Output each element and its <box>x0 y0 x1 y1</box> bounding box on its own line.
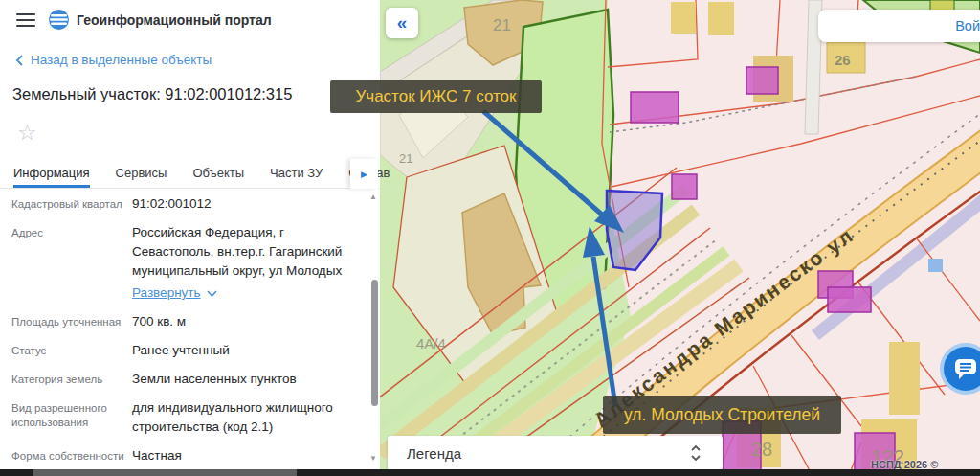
scrollbar-thumb[interactable] <box>371 280 378 406</box>
detail-value: 91:02:001012 <box>132 194 368 214</box>
tab-objects[interactable]: Объекты <box>192 160 244 188</box>
detail-row-land-category: Категория земель Земли населенных пункто… <box>0 365 368 394</box>
detail-row-address: Адрес Российская Федерация, г Севастопол… <box>0 218 368 307</box>
legend-bar[interactable]: Легенда <box>388 436 723 470</box>
detail-value: для индивидуального жилищного строительс… <box>132 398 368 437</box>
chevron-down-icon <box>207 290 217 297</box>
double-chevron-left-icon: « <box>397 12 408 34</box>
tabs-overflow-button[interactable]: ▶ <box>350 159 378 189</box>
chat-bubble-icon <box>953 357 978 380</box>
page-title: Земельный участок: 91:02:001012:315 <box>12 85 292 103</box>
panel-header: Геоинформационный портал <box>0 0 380 42</box>
portal-logo-icon <box>48 9 70 34</box>
scrollbar-down-arrow[interactable]: ▼ <box>368 454 379 463</box>
expand-label: Развернуть <box>132 283 201 303</box>
detail-row-status: Статус Ранее учтенный <box>0 336 368 365</box>
detail-row-area: Площадь уточненная 700 кв. м <box>0 307 368 336</box>
map-label-4a4: 4А/4 <box>416 335 446 351</box>
tab-bar: Информация Сервисы Объекты Части ЗУ Сост… <box>0 160 380 189</box>
favorite-star-icon[interactable]: ☆ <box>17 120 37 146</box>
annotation-parcel: Участок ИЖС 7 соток <box>330 80 542 113</box>
back-link[interactable]: Назад в выделенные объекты <box>15 53 212 67</box>
detail-value: Российская Федерация, г Севастополь, вн.… <box>132 223 368 303</box>
legend-collapse-icon[interactable] <box>690 444 702 462</box>
detail-value: Ранее учтенный <box>132 341 368 360</box>
detail-label: Площадь уточненная <box>11 312 132 331</box>
detail-label: Категория земель <box>11 370 132 389</box>
detail-row-ownership: Форма собственности Частная <box>0 442 368 470</box>
detail-label: Кадастровый квартал <box>11 194 132 214</box>
details-list: Кадастровый квартал 91:02:001012 Адрес Р… <box>0 190 368 470</box>
detail-label: Адрес <box>11 223 132 303</box>
annotation-parcel-text: Участок ИЖС 7 соток <box>356 87 517 106</box>
detail-label: Статус <box>11 341 132 360</box>
map-label-21-left: 21 <box>399 151 412 166</box>
chevron-left-icon <box>15 55 23 66</box>
detail-value: 700 кв. м <box>132 312 368 331</box>
detail-label: Форма собственности <box>11 446 132 465</box>
chevron-right-icon: ▶ <box>361 170 368 179</box>
detail-label: Вид разрешенного использования <box>11 398 132 437</box>
annotation-street-text: ул. Молодых Строителей <box>624 405 820 425</box>
back-link-label: Назад в выделенные объекты <box>31 53 212 67</box>
map-label-21-top: 21 <box>493 16 511 34</box>
login-link[interactable]: Вой <box>955 18 980 34</box>
tab-parts[interactable]: Части ЗУ <box>270 160 323 188</box>
object-info-panel: Геоинформационный портал Назад в выделен… <box>0 0 380 469</box>
expand-address-link[interactable]: Развернуть <box>132 283 217 303</box>
tab-information[interactable]: Информация <box>13 160 90 188</box>
scrollbar-up-arrow[interactable]: ▲ <box>368 193 379 201</box>
detail-row-permitted-use: Вид разрешенного использования для индив… <box>0 394 368 442</box>
address-text: Российская Федерация, г Севастополь, вн.… <box>132 225 342 278</box>
map-label-28: 28 <box>751 439 772 460</box>
panel-collapse-button[interactable]: « <box>386 8 418 38</box>
app-title: Геоинформационный портал <box>77 12 272 28</box>
horizontal-scrollbar-thumb[interactable] <box>33 469 297 476</box>
legend-label: Легенда <box>407 445 690 462</box>
menu-icon[interactable] <box>16 13 35 27</box>
map-label-26: 26 <box>835 52 851 68</box>
tab-services[interactable]: Сервисы <box>116 160 167 188</box>
annotation-street: ул. Молодых Строителей <box>603 396 841 434</box>
top-search-bar[interactable]: Вой <box>818 10 980 42</box>
detail-value: Земли населенных пунктов <box>132 370 368 389</box>
detail-row-cadastral-block: Кадастровый квартал 91:02:001012 <box>0 190 368 218</box>
horizontal-scrollbar[interactable] <box>0 469 980 476</box>
detail-value: Частная <box>132 446 368 465</box>
